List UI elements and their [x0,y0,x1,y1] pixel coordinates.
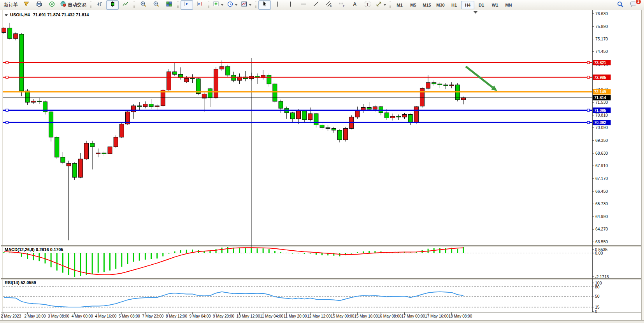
candle-body[interactable] [55,137,59,157]
candle-body[interactable] [61,157,65,162]
candle-body[interactable] [326,127,330,128]
candle-body[interactable] [25,91,30,102]
candlestick-chart-button[interactable] [106,0,119,10]
candle-body[interactable] [72,163,77,177]
candle-body[interactable] [337,130,342,140]
fibonacci-button[interactable]: F [335,0,348,10]
chart-shift-button[interactable] [193,0,206,10]
new-order-button[interactable]: 新订单 [2,0,19,10]
auto-scroll-button[interactable] [181,0,193,10]
line-handle[interactable] [587,109,590,112]
chart-canvas[interactable]: 76.63075.89075.17074.45073.71072.99072.2… [0,10,644,323]
candle-body[interactable] [320,125,324,127]
candle-body[interactable] [226,66,230,75]
candle-body[interactable] [161,90,165,106]
candle-body[interactable] [385,113,389,118]
candle-body[interactable] [273,84,277,101]
candle-body[interactable] [173,72,177,75]
candle-body[interactable] [67,163,71,166]
candle-body[interactable] [308,113,312,120]
candle-body[interactable] [397,116,401,117]
candle-body[interactable] [214,69,218,98]
candle-body[interactable] [208,89,212,98]
candle-body[interactable] [78,159,82,177]
line-handle[interactable] [6,121,8,124]
candle-body[interactable] [438,84,442,85]
templates-button[interactable] [239,0,253,10]
candle-body[interactable] [90,143,95,147]
candle-body[interactable] [102,153,106,154]
candle-body[interactable] [220,66,224,69]
candle-body[interactable] [367,108,371,109]
candle-body[interactable] [31,101,35,102]
vertical-line-button[interactable] [284,0,297,10]
candle-body[interactable] [167,72,171,90]
candle-body[interactable] [143,104,147,107]
candle-body[interactable] [290,113,295,119]
candle-body[interactable] [137,106,142,107]
text-button[interactable]: A [348,0,361,10]
candle-body[interactable] [96,153,100,154]
candle-body[interactable] [279,101,283,108]
candle-body[interactable] [302,111,307,120]
metaviewer-button[interactable] [46,0,58,10]
arrows-button[interactable] [374,0,388,10]
candle-body[interactable] [391,116,395,118]
cursor-button[interactable] [258,0,271,10]
line-chart-button[interactable] [119,0,132,10]
candle-body[interactable] [49,112,53,137]
search-button[interactable] [614,0,626,10]
candle-body[interactable] [155,106,159,107]
timeframe-D1[interactable]: D1 [475,1,488,9]
candle-body[interactable] [149,104,153,107]
add-indicator-button[interactable] [211,0,225,10]
timeframe-H4[interactable]: H4 [461,1,474,9]
periods-button[interactable] [225,0,239,10]
candle-body[interactable] [432,82,436,84]
push-notification-button[interactable] [20,0,32,10]
candle-body[interactable] [232,75,236,80]
crosshair-button[interactable] [271,0,284,10]
bar-chart-button[interactable] [93,0,106,10]
tile-windows-button[interactable] [163,0,175,10]
candle-body[interactable] [414,107,418,122]
notifications-button[interactable]: 1 [627,0,639,10]
text-label-button[interactable]: T [361,0,374,10]
line-handle[interactable] [6,76,8,79]
candle-body[interactable] [184,79,189,82]
candle-body[interactable] [14,34,18,39]
timeframe-M5[interactable]: M5 [407,1,420,9]
timeframe-M15[interactable]: M15 [420,1,433,9]
candle-body[interactable] [84,143,88,159]
line-handle[interactable] [587,61,590,64]
candle-body[interactable] [132,106,136,112]
equidistant-channel-button[interactable]: E [323,0,335,10]
candle-body[interactable] [355,110,360,117]
line-handle[interactable] [587,121,590,124]
autotrading-button[interactable]: 自动交易 [58,0,88,10]
candle-body[interactable] [314,113,318,125]
timeframe-M1[interactable]: M1 [393,1,406,9]
candle-body[interactable] [426,82,430,88]
candle-body[interactable] [119,124,124,137]
candle-body[interactable] [114,137,118,147]
timeframe-H1[interactable]: H1 [447,1,461,9]
candle-body[interactable] [37,101,41,102]
candle-body[interactable] [373,107,377,109]
print-button[interactable] [33,0,45,10]
candle-body[interactable] [408,115,412,122]
candle-body[interactable] [297,111,301,119]
candle-body[interactable] [444,85,448,86]
candle-body[interactable] [108,147,112,154]
zoom-in-button[interactable] [137,0,149,10]
zoom-out-button[interactable] [150,0,162,10]
candle-body[interactable] [420,88,424,106]
candle-body[interactable] [461,98,465,100]
line-handle[interactable] [6,109,8,112]
line-handle[interactable] [6,61,8,64]
candle-body[interactable] [402,115,407,117]
candle-body[interactable] [449,85,454,86]
timeframe-MN[interactable]: MN [502,1,515,9]
candle-body[interactable] [8,28,12,38]
candle-body[interactable] [190,79,195,79]
